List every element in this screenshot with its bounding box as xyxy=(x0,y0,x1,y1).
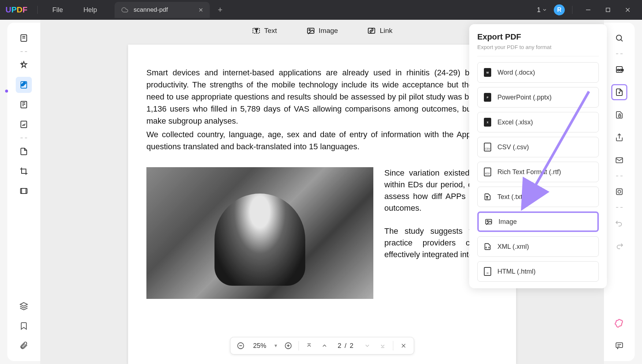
new-tab-button[interactable]: + xyxy=(218,5,223,15)
zoom-nav-bar: 25% ▼ 2 / 2 xyxy=(230,337,414,354)
edit-icon[interactable] xyxy=(16,77,32,93)
svg-rect-40 xyxy=(616,343,623,348)
svg-rect-14 xyxy=(22,188,26,194)
tab-close-button[interactable]: ✕ xyxy=(198,7,203,14)
zoom-level: 25% xyxy=(251,342,269,350)
search-icon[interactable] xyxy=(611,30,627,46)
export-panel: Export PDF Export your PDF to any format… xyxy=(469,24,607,288)
export-csv[interactable]: CSV CSV (.csv) xyxy=(477,137,599,157)
document-image xyxy=(146,167,373,299)
protect-icon[interactable] xyxy=(611,107,627,123)
close-bar-button[interactable] xyxy=(399,341,409,351)
divider xyxy=(37,6,38,14)
reader-icon[interactable] xyxy=(16,30,32,46)
last-page-button[interactable] xyxy=(378,341,388,351)
form-icon[interactable] xyxy=(16,116,32,132)
titlebar: UPDF File Help scanned-pdf ✕ + 1 R xyxy=(0,0,642,20)
svg-text:OCR: OCR xyxy=(617,68,624,72)
menu-help[interactable]: Help xyxy=(73,6,107,14)
ocr-icon[interactable]: OCR xyxy=(611,61,627,78)
svg-text:T: T xyxy=(486,196,488,199)
undo-icon[interactable] xyxy=(611,215,627,231)
svg-rect-1 xyxy=(606,8,610,12)
prev-page-button[interactable] xyxy=(319,341,329,351)
svg-rect-35 xyxy=(619,115,621,117)
link-tool[interactable]: Link xyxy=(367,26,392,35)
zoom-dropdown[interactable]: ▼ xyxy=(274,343,278,348)
svg-point-39 xyxy=(618,190,621,193)
divider xyxy=(572,6,572,14)
export-subtitle: Export your PDF to any format xyxy=(477,44,599,56)
export-icon[interactable] xyxy=(611,84,627,100)
layers-icon[interactable] xyxy=(16,298,32,314)
export-xml[interactable]: XML (.xml) xyxy=(477,236,599,257)
cloud-icon xyxy=(121,6,128,14)
export-word[interactable]: W Word (.docx) xyxy=(477,62,599,83)
redo-icon[interactable] xyxy=(611,238,627,254)
zoom-in-button[interactable] xyxy=(283,341,293,351)
zoom-out-button[interactable] xyxy=(236,341,246,351)
compress-icon[interactable] xyxy=(611,184,627,200)
svg-text:T: T xyxy=(255,28,258,33)
indicator-dot xyxy=(5,90,8,93)
export-html[interactable]: H HTML (.html) xyxy=(477,261,599,282)
paragraph-2: We collected country, language, age, sex… xyxy=(146,128,498,153)
svg-point-19 xyxy=(309,29,310,31)
app-logo: UPDF xyxy=(0,5,33,15)
svg-rect-20 xyxy=(368,28,375,33)
page-tool-icon[interactable] xyxy=(16,143,32,160)
export-rtf[interactable]: RTF Rich Text Format (.rtf) xyxy=(477,162,599,182)
image-tool[interactable]: Image xyxy=(306,26,338,35)
tab-title: scanned-pdf xyxy=(134,6,193,14)
svg-marker-15 xyxy=(20,303,27,306)
user-avatar[interactable]: R xyxy=(554,4,565,15)
svg-point-45 xyxy=(487,220,488,222)
share-icon[interactable] xyxy=(611,130,627,146)
export-text[interactable]: T Text (.txt) xyxy=(477,187,599,207)
bookmark-icon[interactable] xyxy=(16,318,32,334)
export-image[interactable]: Image xyxy=(477,211,599,232)
feedback-icon[interactable] xyxy=(611,338,627,354)
ai-icon[interactable] xyxy=(611,315,627,331)
first-page-button[interactable] xyxy=(304,341,314,351)
svg-rect-12 xyxy=(21,121,27,128)
comment-icon[interactable] xyxy=(16,57,32,73)
export-powerpoint[interactable]: P PowerPoint (.pptx) xyxy=(477,87,599,108)
next-page-button[interactable] xyxy=(362,341,373,351)
crop-icon[interactable] xyxy=(16,163,32,179)
paragraph-1: Smart devices and internet-based applica… xyxy=(146,67,498,127)
svg-point-30 xyxy=(616,35,622,40)
right-sidebar: OCR xyxy=(604,23,635,361)
svg-line-31 xyxy=(621,40,623,41)
minimize-button[interactable] xyxy=(580,4,597,16)
organize-icon[interactable] xyxy=(16,97,32,113)
redact-icon[interactable] xyxy=(16,183,32,199)
text-tool[interactable]: T Text xyxy=(252,26,277,35)
svg-rect-38 xyxy=(616,189,622,195)
export-title: Export PDF xyxy=(477,32,599,42)
menu-file[interactable]: File xyxy=(42,6,73,14)
left-sidebar xyxy=(7,23,40,361)
page-indicator[interactable]: 2 / 2 xyxy=(335,342,357,350)
export-excel[interactable]: X Excel (.xlsx) xyxy=(477,112,599,132)
close-button[interactable] xyxy=(619,4,636,16)
attachment-icon[interactable] xyxy=(16,338,32,354)
email-icon[interactable] xyxy=(611,152,627,168)
notification-count[interactable]: 1 xyxy=(533,6,551,14)
document-tab[interactable]: scanned-pdf ✕ xyxy=(115,2,210,18)
pdf-page[interactable]: Smart devices and internet-based applica… xyxy=(128,45,516,364)
maximize-button[interactable] xyxy=(600,4,616,16)
